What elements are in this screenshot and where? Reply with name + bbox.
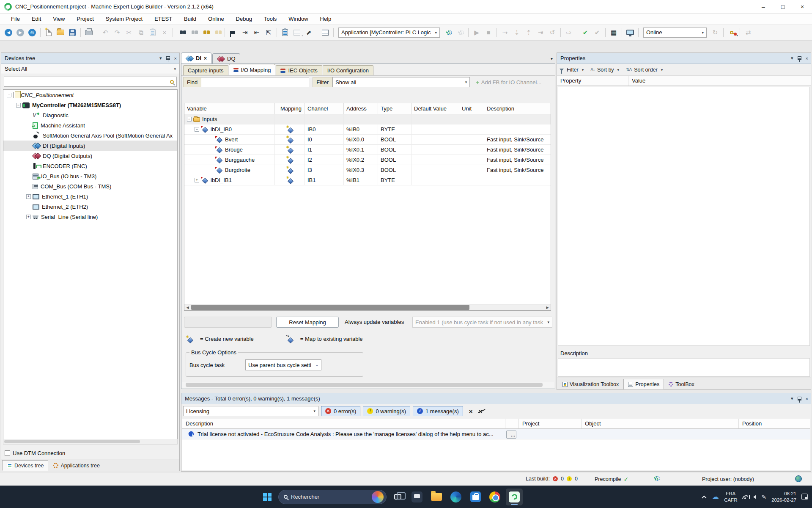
scrollbar-thumb[interactable] [191,305,469,310]
paste-icon[interactable] [147,27,158,38]
io-table-row[interactable]: Burgdroite I3 %IX0.3 BOOL Fast input, Si… [184,165,551,175]
io-table-row[interactable]: Brouge I1 %IX0.1 BOOL Fast input, Sink/S… [184,145,551,155]
document-tab[interactable]: DQ × [212,53,240,64]
find-in-project-icon[interactable] [199,27,210,38]
sync-icon[interactable]: ⇄ [743,27,754,38]
redo-icon[interactable]: ↷ [112,27,123,38]
tree-item[interactable]: Diagnostic [3,110,177,120]
nav-back-icon[interactable]: ◀ [3,27,14,38]
io-table-row[interactable]: ibDI_IB0 IB0 %IB0 BYTE [184,124,551,135]
cut-icon[interactable]: ✂ [123,27,134,38]
menu-item[interactable]: Debug [230,14,258,23]
application-selector[interactable]: Application [MyController: PLC Logic] ▾ [338,28,440,38]
properties-filter-button[interactable]: Filter [567,67,579,73]
expander-icon[interactable] [26,215,31,219]
expander-icon[interactable] [26,194,31,199]
menu-item[interactable]: Project [71,14,99,23]
menu-item[interactable]: Build [178,14,202,23]
open-project-icon[interactable] [55,27,66,38]
reset-mapping-button[interactable]: Reset Mapping [276,317,339,328]
properties-sort-order-button[interactable]: Sort order [634,67,658,73]
column-header-property[interactable]: Property [557,76,628,86]
menu-item[interactable]: Online [202,14,230,23]
volume-icon[interactable] [753,495,756,499]
expander-icon[interactable] [7,93,11,97]
find-replace-icon[interactable] [187,27,198,38]
nav-forward-icon[interactable]: ▶ [15,27,26,38]
editor-sub-tab[interactable]: I/O Configuration [323,65,373,75]
goto-icon[interactable]: ⇨ [563,27,574,38]
column-header-value[interactable]: Value [628,76,811,86]
column-header-description[interactable]: Description [484,103,551,114]
devices-search-input[interactable] [4,77,177,87]
replace-in-project-icon[interactable] [211,27,222,38]
pin-icon[interactable] [798,397,801,400]
license-key-icon[interactable]: ▾ [726,27,737,38]
language-indicator[interactable]: FRA CAFR [724,491,737,503]
maximize-button[interactable]: □ [773,0,793,14]
nav-history-icon[interactable]: ◎ [27,27,38,38]
filter-dropdown[interactable]: Show all ▾ [332,77,470,87]
tree-item[interactable]: DQ (Digital Outputs) [3,151,177,161]
breakpoint-icon[interactable]: ✔ [580,27,591,38]
tree-item[interactable]: CNC_Positionnement [3,90,177,100]
run-to-cursor-icon[interactable]: ⇥ [535,27,546,38]
use-dtm-checkbox[interactable] [5,450,10,456]
chevron-down-icon[interactable]: ▾ [791,396,793,401]
table-horizontal-scrollbar[interactable]: ◀ ▶ [184,304,551,310]
editor-horizontal-scrollbar[interactable] [182,382,554,388]
menu-item[interactable]: Tools [258,14,283,23]
file-explorer-button[interactable] [428,489,445,505]
step-over-icon[interactable]: ⇢ [499,27,510,38]
chrome-button[interactable] [486,489,503,505]
edge-button[interactable] [447,489,464,505]
tray-overflow-chevron-icon[interactable] [702,495,706,500]
io-table-row[interactable]: Burggauche I2 %IX0.2 BOOL Fast input, Si… [184,155,551,165]
expander-icon[interactable] [16,103,21,108]
clipboard-tool-icon[interactable] [280,27,291,38]
column-header-unit[interactable]: Unit [459,103,484,114]
compare-icon[interactable] [320,27,331,38]
column-header-position[interactable]: Position [739,419,810,428]
find-input[interactable] [201,77,309,87]
export-icon[interactable]: ⬈ [303,27,314,38]
tree-item[interactable]: SoftMotion General Axis Pool (SoftMotion… [3,130,177,141]
tree-item[interactable]: MyController (TM262M15MESS8T) [3,100,177,110]
pen-icon[interactable]: ✎ [761,494,766,500]
print-icon[interactable] [83,27,94,38]
bookmark-clear-icon[interactable]: ⇱ [263,27,274,38]
bookmark-next-icon[interactable]: ⇥ [239,27,250,38]
menu-item[interactable]: Window [283,14,314,23]
tree-horizontal-scrollbar[interactable] [3,439,178,444]
menu-item[interactable]: Edit [26,14,47,23]
visualization-icon[interactable] [625,27,636,38]
column-header-project[interactable]: Project [519,419,582,428]
tree-item[interactable]: IO_Bus (IO bus - TM3) [3,171,177,181]
stop-icon[interactable]: ■ [483,27,494,38]
machine-expert-button[interactable] [506,489,523,505]
task-view-button[interactable] [389,489,406,505]
bottom-tab[interactable]: ToolBox [664,379,699,389]
bottom-tab[interactable]: Properties [623,379,664,389]
undo-icon[interactable]: ↶ [100,27,111,38]
io-table-row[interactable]: ibDI_IB1 IB1 %IB1 BYTE [184,175,551,185]
menu-item[interactable]: File [5,14,26,23]
save-icon[interactable] [67,27,78,38]
run-icon[interactable]: ▶ [471,27,482,38]
document-tab[interactable]: DI × [181,52,211,64]
errors-toggle-button[interactable]: ✕ 0 error(s) [321,406,360,416]
new-project-icon[interactable] [43,27,54,38]
step-into-icon[interactable]: ⇣ [511,27,522,38]
row-expander-icon[interactable] [195,127,199,132]
login-icon[interactable] [443,27,454,38]
column-header-channel[interactable]: Channel [305,103,344,114]
row-expander-icon[interactable] [195,178,199,182]
bus-cycle-task-dropdown[interactable]: Use parent bus cycle setting ⌄ [245,359,321,370]
step-out-icon[interactable]: ⇡ [523,27,534,38]
select-all-dropdown[interactable]: Select All ▾ [1,64,179,74]
clock[interactable]: 08:21 2026-02-27 [771,491,796,503]
notification-icon[interactable] [801,494,808,500]
copy-icon[interactable]: ⧉ [135,27,146,38]
pin-icon[interactable] [166,56,170,60]
always-update-dropdown[interactable]: Enabled 1 (use bus cycle task if not use… [412,317,552,328]
